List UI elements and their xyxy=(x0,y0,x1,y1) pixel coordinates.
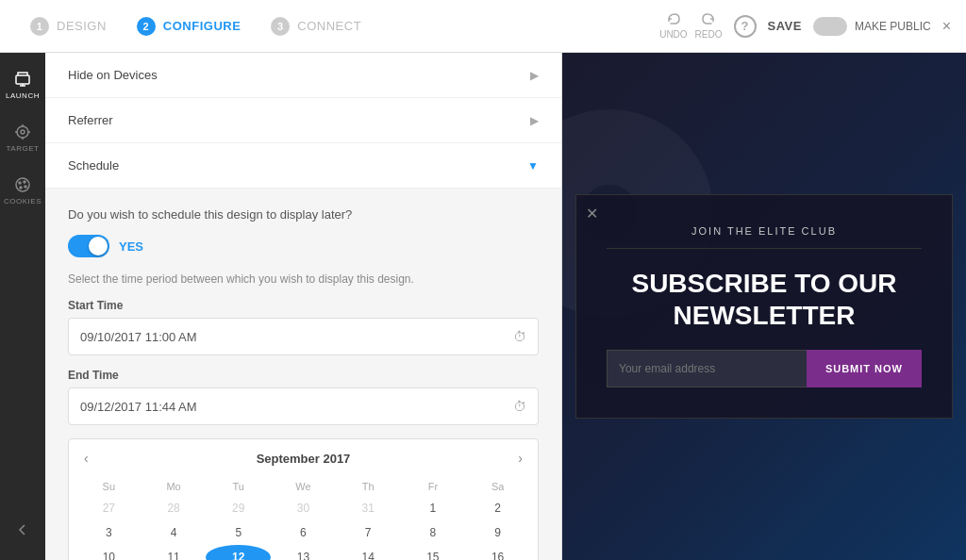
sidebar-label-target: TARGET xyxy=(7,144,40,153)
popup-form: SUBMIT NOW xyxy=(607,350,922,387)
section-referrer-label: Referrer xyxy=(68,113,113,127)
calendar-day-cell[interactable]: 9 xyxy=(465,520,530,545)
step-connect[interactable]: 3 CONNECT xyxy=(256,17,376,36)
help-button[interactable]: ? xyxy=(734,15,757,38)
section-schedule[interactable]: Schedule ▼ xyxy=(45,143,561,189)
calendar-week-row: 272829303112 xyxy=(76,496,530,520)
make-public-label: MAKE PUBLIC xyxy=(855,20,931,33)
step-label-configure: CONFIGURE xyxy=(163,19,242,33)
start-time-input[interactable] xyxy=(80,330,513,344)
sidebar-item-cookies[interactable]: COOKIES xyxy=(0,166,45,215)
configure-panel: Hide on Devices ▶ Referrer ▶ Schedule ▼ … xyxy=(45,53,562,560)
popup-header: JOIN THE ELITE CLUB xyxy=(607,225,922,249)
clock-icon-start: ⏱ xyxy=(513,329,526,344)
popup-overlay: ✕ JOIN THE ELITE CLUB SUBSCRIBE TO OUR N… xyxy=(575,194,953,419)
schedule-toggle[interactable] xyxy=(68,235,109,257)
calendar-day-cell[interactable]: 8 xyxy=(401,520,466,545)
calendar-grid: SuMoTuWeThFrSa 2728293031123456789101112… xyxy=(76,477,530,560)
popup-close-button[interactable]: ✕ xyxy=(586,205,598,222)
popup-email-input[interactable] xyxy=(607,350,807,387)
svg-point-9 xyxy=(16,178,29,191)
sidebar-item-launch[interactable]: LAUNCH xyxy=(0,60,45,109)
step-configure[interactable]: 2 CONFIGURE xyxy=(122,17,257,36)
section-referrer[interactable]: Referrer ▶ xyxy=(45,98,561,143)
calendar-day-cell[interactable]: 31 xyxy=(336,496,401,520)
calendar-header: ‹ September 2017 › xyxy=(76,451,530,466)
calendar-day-cell[interactable]: 1 xyxy=(401,496,466,520)
calendar: ‹ September 2017 › SuMoTuWeThFrSa 272829… xyxy=(68,438,539,560)
calendar-dow-header: Fr xyxy=(401,477,466,496)
popup-title-line1: SUBSCRIBE TO OUR xyxy=(631,269,896,298)
calendar-day-cell[interactable]: 10 xyxy=(76,545,142,560)
preview-panel: ✕ JOIN THE ELITE CLUB SUBSCRIBE TO OUR N… xyxy=(562,53,966,560)
calendar-day-cell[interactable]: 15 xyxy=(401,545,466,560)
popup-title-line2: NEWSLETTER xyxy=(674,301,856,330)
step-design[interactable]: 1 DESIGN xyxy=(15,17,122,36)
close-button[interactable]: × xyxy=(942,18,951,35)
calendar-week-row: 10111213141516 xyxy=(76,545,530,560)
yes-label: YES xyxy=(119,239,143,254)
calendar-day-cell[interactable]: 27 xyxy=(76,496,142,520)
yes-toggle-group: YES xyxy=(68,235,539,257)
calendar-day-cell[interactable]: 16 xyxy=(465,545,530,560)
calendar-week-row: 3456789 xyxy=(76,520,530,545)
sidebar-label-cookies: COOKIES xyxy=(4,197,42,206)
calendar-dow-header: Su xyxy=(76,477,142,496)
calendar-day-cell[interactable]: 29 xyxy=(206,496,271,520)
calendar-dow-header: Sa xyxy=(465,477,530,496)
start-time-input-wrap[interactable]: ⏱ xyxy=(68,318,539,355)
calendar-day-cell[interactable]: 5 xyxy=(206,520,271,545)
step-label-design: DESIGN xyxy=(57,19,107,33)
save-button[interactable]: SAVE xyxy=(768,19,802,33)
section-schedule-label: Schedule xyxy=(68,158,119,173)
left-sidebar: LAUNCH TARGET COOKIES xyxy=(0,53,45,560)
svg-point-4 xyxy=(21,130,25,134)
calendar-day-cell[interactable]: 3 xyxy=(76,520,142,545)
section-hide-devices-label: Hide on Devices xyxy=(68,68,158,82)
end-time-input-wrap[interactable]: ⏱ xyxy=(68,387,539,425)
redo-button[interactable]: REDO xyxy=(695,12,723,40)
calendar-prev-button[interactable]: ‹ xyxy=(84,451,89,466)
steps-nav: 1 DESIGN 2 CONFIGURE 3 CONNECT xyxy=(15,17,376,36)
calendar-dow-header: We xyxy=(271,477,336,496)
chevron-right-icon: ▶ xyxy=(530,69,539,82)
end-time-input[interactable] xyxy=(80,400,513,414)
chevron-down-icon: ▼ xyxy=(527,159,539,173)
section-hide-devices[interactable]: Hide on Devices ▶ xyxy=(45,53,561,98)
end-time-label: End Time xyxy=(68,369,539,382)
make-public-toggle[interactable] xyxy=(813,17,847,36)
clock-icon-end: ⏱ xyxy=(513,399,526,414)
svg-point-11 xyxy=(24,181,25,183)
top-bar: 1 DESIGN 2 CONFIGURE 3 CONNECT UNDO xyxy=(0,0,966,53)
sidebar-item-target[interactable]: TARGET xyxy=(0,113,45,162)
calendar-dow-header: Tu xyxy=(206,477,271,496)
popup-submit-button[interactable]: SUBMIT NOW xyxy=(807,350,922,387)
popup-title: SUBSCRIBE TO OUR NEWSLETTER xyxy=(607,268,922,331)
schedule-question: Do you wish to schedule this design to d… xyxy=(68,207,539,222)
calendar-next-button[interactable]: › xyxy=(518,451,523,466)
svg-point-13 xyxy=(25,186,26,188)
svg-point-12 xyxy=(20,187,22,189)
calendar-day-cell[interactable]: 7 xyxy=(336,520,401,545)
calendar-day-cell[interactable]: 30 xyxy=(271,496,336,520)
step-num-2: 2 xyxy=(137,17,156,36)
sidebar-label-launch: LAUNCH xyxy=(6,91,40,100)
back-button[interactable] xyxy=(0,507,45,552)
start-time-label: Start Time xyxy=(68,299,539,312)
calendar-day-cell[interactable]: 2 xyxy=(465,496,530,520)
calendar-day-cell[interactable]: 6 xyxy=(271,520,336,545)
schedule-description: Select the time period between which you… xyxy=(68,272,539,286)
svg-rect-0 xyxy=(16,75,29,84)
sidebar-bottom xyxy=(0,507,45,552)
calendar-day-cell[interactable]: 11 xyxy=(142,545,207,560)
undo-redo-group: UNDO REDO xyxy=(659,12,722,40)
undo-button[interactable]: UNDO xyxy=(659,12,687,40)
calendar-day-cell[interactable]: 12 xyxy=(206,545,271,560)
calendar-day-cell[interactable]: 14 xyxy=(336,545,401,560)
calendar-day-cell[interactable]: 4 xyxy=(142,520,207,545)
calendar-day-cell[interactable]: 13 xyxy=(271,545,336,560)
calendar-dow-header: Mo xyxy=(142,477,207,496)
svg-point-3 xyxy=(17,126,28,138)
step-label-connect: CONNECT xyxy=(297,19,361,33)
calendar-day-cell[interactable]: 28 xyxy=(142,496,207,520)
